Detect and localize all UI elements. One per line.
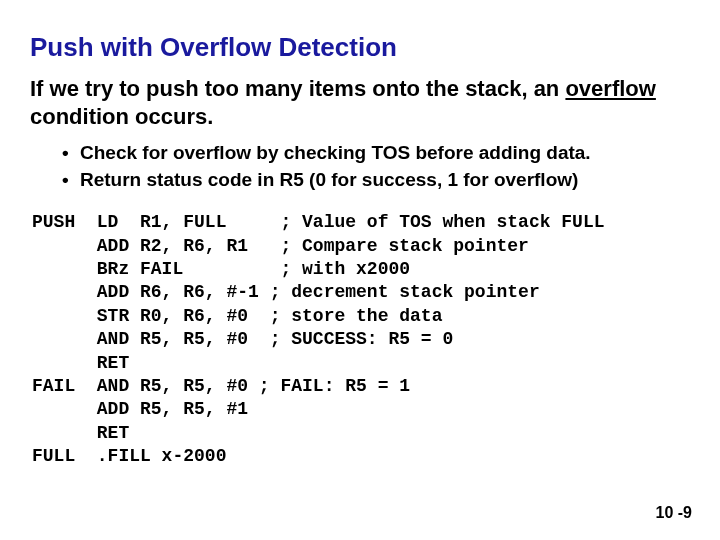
intro-part2: condition occurs. — [30, 104, 213, 129]
page-number: 10 -9 — [656, 504, 692, 522]
intro-part1: If we try to push too many items onto th… — [30, 76, 565, 101]
bullet-item: Return status code in R5 (0 for success,… — [62, 167, 690, 194]
slide-content: Push with Overflow Detection If we try t… — [0, 0, 720, 468]
slide-title: Push with Overflow Detection — [30, 32, 690, 63]
code-block: PUSH LD R1, FULL ; Value of TOS when sta… — [32, 211, 690, 468]
bullet-list: Check for overflow by checking TOS befor… — [62, 140, 690, 193]
intro-text: If we try to push too many items onto th… — [30, 75, 690, 130]
bullet-item: Check for overflow by checking TOS befor… — [62, 140, 690, 167]
intro-overflow: overflow — [565, 76, 655, 101]
